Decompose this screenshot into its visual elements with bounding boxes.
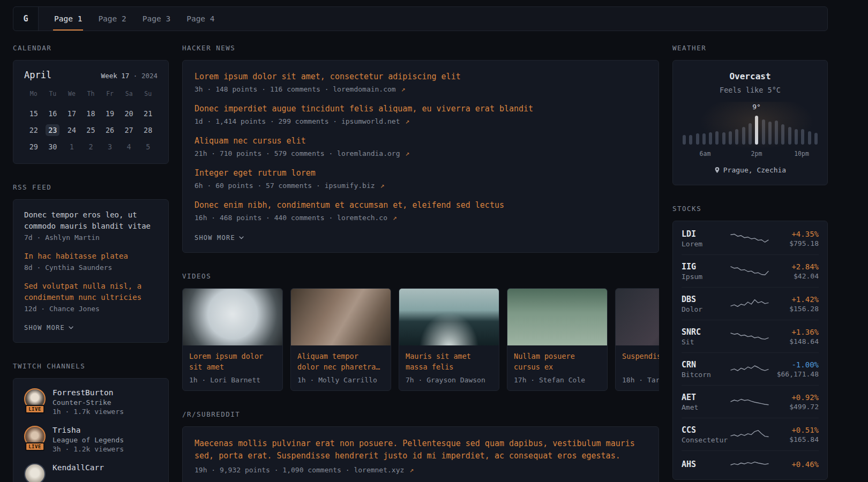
rss-item-link[interactable]: Donec tempor eros leo, ut commodo mauris… (24, 209, 158, 232)
tab-page-3[interactable]: Page 3 (141, 7, 171, 31)
calendar-day[interactable]: 5 (138, 138, 158, 155)
weekday-label: Su (138, 90, 158, 97)
rss-item: In hac habitasse platea 8d · Cynthia Sau… (24, 251, 158, 272)
section-title-rss: RSS FEED (13, 183, 169, 191)
video-thumbnail[interactable] (183, 289, 282, 345)
twitch-channel[interactable]: KendallCarr (24, 463, 158, 482)
calendar-day[interactable]: 18 (81, 105, 101, 122)
subreddit-post-link[interactable]: Maecenas mollis pulvinar erat non posuer… (194, 438, 647, 462)
video-thumbnail[interactable] (507, 289, 607, 345)
channel-name[interactable]: ForrestBurton (53, 388, 124, 397)
video-card[interactable]: Mauris sit amet massa felis 7h · Grayson… (399, 288, 499, 391)
calendar-day[interactable]: 17 (62, 105, 81, 122)
rss-item-link[interactable]: In hac habitasse platea (24, 251, 158, 262)
rss-item-meta: 12d · Chance Jones (24, 305, 158, 313)
stocks-widget: STOCKS LDILorem +4.35%$795.18 IIGIpsum +… (672, 205, 828, 480)
video-card[interactable]: Suspendisse diam 18h · Tara (615, 288, 659, 391)
channel-name[interactable]: KendallCarr (53, 463, 104, 472)
calendar-day[interactable]: 1 (62, 138, 81, 155)
app-logo[interactable]: G (13, 7, 39, 31)
calendar-day[interactable]: 26 (100, 122, 119, 138)
calendar-day[interactable]: 22 (24, 122, 43, 138)
calendar-day[interactable]: 15 (24, 105, 43, 122)
hackernews-show-more-button[interactable]: SHOW MORE (194, 232, 244, 245)
external-link-icon[interactable]: ↗ (393, 214, 397, 222)
location-pin-icon (714, 167, 720, 174)
tab-page-2[interactable]: Page 2 (97, 7, 127, 31)
calendar-day[interactable]: 2 (81, 138, 101, 155)
hackernews-item-link[interactable]: Lorem ipsum dolor sit amet, consectetur … (194, 71, 647, 82)
video-card[interactable]: Aliquam tempor dolor nec pharetra… 1h · … (290, 288, 391, 391)
hackernews-item: Integer eget rutrum lorem 6h · 60 points… (194, 168, 647, 190)
video-card[interactable]: Nullam posuere cursus ex 17h · Stefan Co… (507, 288, 608, 391)
channel-avatar (24, 463, 46, 482)
hackernews-item-link[interactable]: Donec imperdiet augue tincidunt felis al… (194, 103, 647, 115)
calendar-day[interactable]: 24 (62, 122, 81, 138)
external-link-icon[interactable]: ↗ (405, 117, 409, 125)
calendar-day-selected[interactable]: 23 (43, 122, 63, 138)
weather-location[interactable]: Prague, Czechia (714, 166, 786, 174)
rss-item-link[interactable]: Sed volutpat nulla nisl, a condimentum n… (24, 281, 158, 303)
video-thumbnail[interactable] (616, 289, 659, 345)
calendar-day[interactable]: 19 (100, 105, 119, 122)
calendar-day[interactable]: 25 (81, 122, 101, 138)
stock-symbol: IIG (682, 262, 725, 272)
section-title-weather: WEATHER (672, 44, 828, 52)
external-link-icon[interactable]: ↗ (380, 182, 384, 190)
stock-row[interactable]: AETAmet +0.92%$499.72 (682, 385, 819, 418)
stock-name: Consectetur (682, 436, 725, 444)
channel-name[interactable]: Trisha (53, 426, 124, 434)
calendar-day[interactable]: 4 (119, 138, 139, 155)
calendar-day[interactable]: 3 (100, 138, 119, 155)
rss-show-more-button[interactable]: SHOW MORE (24, 322, 73, 335)
tab-page-4[interactable]: Page 4 (185, 7, 215, 31)
external-link-icon[interactable]: ↗ (409, 466, 414, 474)
twitch-channel[interactable]: LIVE Trisha League of Legends 3h · 1.2k … (24, 426, 158, 453)
tab-page-1[interactable]: Page 1 (53, 7, 83, 31)
stock-change: +1.42% (774, 295, 819, 304)
hackernews-item-link[interactable]: Integer eget rutrum lorem (194, 168, 647, 179)
hackernews-item-link[interactable]: Donec enim nibh, condimentum et accumsan… (194, 200, 647, 211)
stock-row[interactable]: AHS +0.46% (682, 450, 819, 478)
video-thumbnail[interactable] (399, 289, 499, 345)
stock-row[interactable]: CCSConsectetur +0.51%$165.84 (682, 418, 819, 450)
external-link-icon[interactable]: ↗ (401, 85, 406, 93)
video-title[interactable]: Suspendisse diam (622, 351, 659, 372)
page-tabs: Page 1 Page 2 Page 3 Page 4 (46, 7, 223, 31)
video-title[interactable]: Lorem ipsum dolor sit amet consectetu… (189, 351, 276, 372)
twitch-card: LIVE ForrestBurton Counter-Strike 1h · 1… (13, 378, 169, 482)
channel-viewers: 1h · 1.7k viewers (53, 408, 124, 416)
calendar-day[interactable]: 30 (43, 138, 63, 155)
stock-row[interactable]: CRNBitcorn -1.00%$66,171.48 (682, 352, 819, 385)
weekday-label: Fr (100, 90, 119, 97)
calendar-day[interactable]: 16 (43, 105, 63, 122)
section-title-calendar: CALENDAR (13, 44, 169, 52)
calendar-day[interactable]: 28 (138, 122, 158, 138)
live-badge: LIVE (25, 442, 44, 451)
stock-row[interactable]: DBSDolor +1.42%$156.28 (682, 287, 819, 320)
hackernews-item: Lorem ipsum dolor sit amet, consectetur … (194, 71, 647, 93)
stock-row[interactable]: SNRCSit +1.36%$148.64 (682, 320, 819, 352)
calendar-day[interactable]: 20 (119, 105, 139, 122)
video-title[interactable]: Mauris sit amet massa felis (406, 351, 492, 372)
hackernews-item-link[interactable]: Aliquam nec cursus elit (194, 135, 647, 147)
rss-item: Sed volutpat nulla nisl, a condimentum n… (24, 281, 158, 313)
external-link-icon[interactable]: ↗ (405, 149, 409, 157)
section-title-subreddit: /R/SUBREDDIT (182, 410, 659, 418)
calendar-month: April (24, 70, 51, 80)
video-title[interactable]: Aliquam tempor dolor nec pharetra… (297, 351, 384, 372)
calendar-widget: CALENDAR April Week 17 · 2024 Mo Tu We (13, 44, 169, 164)
stock-sparkline (730, 395, 769, 409)
calendar-day[interactable]: 29 (24, 138, 43, 155)
video-meta: 18h · Tara (622, 376, 659, 384)
stock-row[interactable]: IIGIpsum +2.84%$42.04 (682, 254, 819, 287)
video-card[interactable]: Lorem ipsum dolor sit amet consectetu… 1… (182, 288, 283, 391)
stock-row[interactable]: LDILorem +4.35%$795.18 (682, 222, 819, 254)
calendar-day[interactable]: 21 (138, 105, 158, 122)
video-title[interactable]: Nullam posuere cursus ex (514, 351, 601, 372)
subreddit-post: Maecenas mollis pulvinar erat non posuer… (194, 438, 647, 474)
calendar-day[interactable]: 27 (119, 122, 139, 138)
hackernews-item-meta: 3h · 148 points · 116 comments · loremdo… (194, 85, 647, 93)
twitch-channel[interactable]: LIVE ForrestBurton Counter-Strike 1h · 1… (24, 388, 158, 416)
video-thumbnail[interactable] (291, 289, 391, 345)
